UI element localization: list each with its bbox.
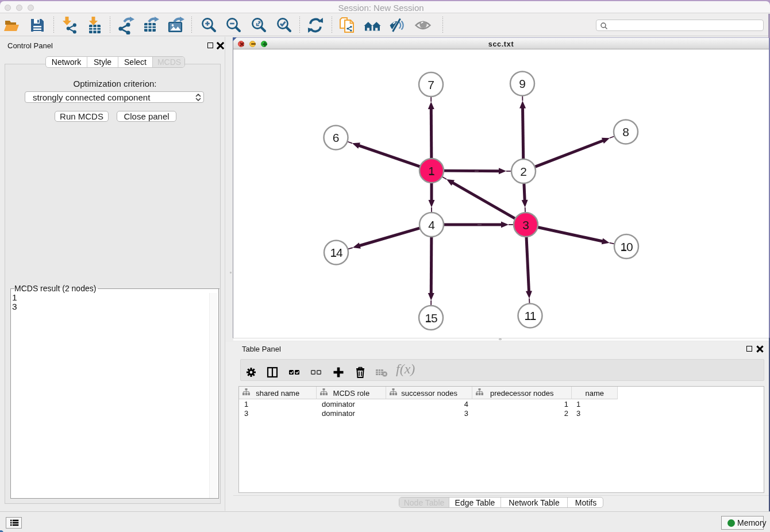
svg-text:14: 14: [330, 246, 343, 259]
svg-text:6: 6: [333, 131, 340, 144]
svg-text:3: 3: [522, 218, 529, 232]
svg-text:15: 15: [425, 311, 437, 325]
svg-text:7: 7: [428, 78, 434, 91]
svg-text:10: 10: [621, 240, 633, 253]
svg-text:9: 9: [519, 77, 526, 90]
svg-text:1: 1: [428, 164, 435, 178]
svg-text:2: 2: [520, 165, 527, 178]
svg-text:11: 11: [525, 309, 536, 322]
svg-text:4: 4: [428, 218, 435, 232]
svg-text:8: 8: [622, 125, 629, 138]
